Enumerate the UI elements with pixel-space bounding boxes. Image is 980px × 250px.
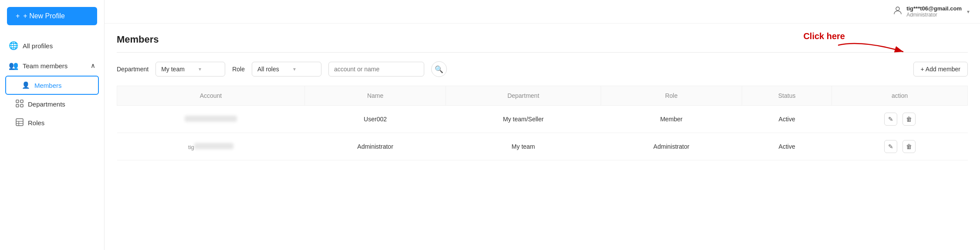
name-cell: Administrator — [304, 133, 446, 160]
members-table: Account Name Department Role Status acti… — [117, 86, 968, 160]
col-action: action — [832, 86, 968, 106]
blurred-account — [185, 116, 237, 122]
svg-rect-2 — [16, 104, 19, 107]
delete-icon: 🗑 — [906, 143, 912, 150]
add-member-label: + Add member — [921, 66, 960, 73]
department-label: Department — [117, 66, 149, 73]
account-cell — [117, 106, 305, 133]
edit-icon: ✎ — [888, 116, 893, 123]
departments-icon — [16, 100, 24, 109]
name-cell: User002 — [304, 106, 446, 133]
team-members-label: Team members — [23, 62, 68, 70]
department-cell: My team/Seller — [446, 106, 601, 133]
team-icon: 👥 — [9, 61, 18, 70]
members-label: Members — [34, 82, 62, 89]
role-value: All roles — [257, 66, 279, 73]
svg-point-8 — [896, 7, 899, 10]
departments-label: Departments — [28, 100, 65, 108]
chevron-up-icon: ∧ — [91, 62, 95, 70]
edit-button[interactable]: ✎ — [884, 140, 897, 153]
role-select[interactable]: All roles ▾ — [252, 62, 321, 77]
svg-rect-4 — [16, 119, 23, 126]
status-cell: Active — [742, 133, 832, 160]
user-details: tig***t06@gmail.com Administrator — [906, 5, 962, 18]
sidebar: + + New Profile 🌐 All profiles 👥 Team me… — [0, 0, 105, 250]
content-area: Click here Members Department My team ▾ … — [105, 23, 980, 250]
add-member-button[interactable]: + Add member — [913, 62, 968, 77]
top-bar: tig***t06@gmail.com Administrator ▾ — [105, 0, 980, 23]
svg-rect-3 — [20, 104, 23, 107]
sidebar-item-team-members[interactable]: 👥 Team members ∧ — [0, 56, 104, 76]
plus-icon: + — [16, 12, 20, 20]
department-cell: My team — [446, 133, 601, 160]
action-cell: ✎ 🗑 — [832, 133, 968, 160]
col-department: Department — [446, 86, 601, 106]
user-role: Administrator — [906, 12, 937, 18]
search-input[interactable] — [334, 66, 419, 73]
col-role: Role — [601, 86, 742, 106]
role-label: Role — [232, 66, 245, 73]
svg-rect-0 — [16, 100, 19, 103]
edit-button[interactable]: ✎ — [884, 113, 897, 126]
col-status: Status — [742, 86, 832, 106]
page-title: Members — [117, 34, 968, 45]
user-avatar-icon — [892, 5, 903, 18]
status-cell: Active — [742, 106, 832, 133]
table-row: tig Administrator My team Administrator … — [117, 133, 968, 160]
search-button[interactable]: 🔍 — [431, 61, 447, 77]
sidebar-item-all-profiles[interactable]: 🌐 All profiles — [0, 36, 104, 56]
search-input-wrapper[interactable] — [328, 62, 424, 77]
user-email: tig***t06@gmail.com — [906, 5, 962, 12]
svg-rect-1 — [20, 100, 23, 103]
user-info[interactable]: tig***t06@gmail.com Administrator ▾ — [892, 5, 970, 18]
globe-icon: 🌐 — [9, 41, 18, 50]
sidebar-item-departments[interactable]: Departments — [0, 95, 104, 113]
department-value: My team — [161, 66, 185, 73]
delete-button[interactable]: 🗑 — [902, 113, 916, 126]
department-select[interactable]: My team ▾ — [155, 62, 225, 77]
roles-icon — [16, 118, 24, 127]
sidebar-item-roles[interactable]: Roles — [0, 113, 104, 132]
role-cell: Member — [601, 106, 742, 133]
action-cell: ✎ 🗑 — [832, 106, 968, 133]
new-profile-button[interactable]: + + New Profile — [7, 7, 97, 25]
table-row: User002 My team/Seller Member Active ✎ 🗑 — [117, 106, 968, 133]
main-content: tig***t06@gmail.com Administrator ▾ Clic… — [105, 0, 980, 250]
sidebar-item-label: All profiles — [23, 42, 53, 50]
role-cell: Administrator — [601, 133, 742, 160]
sidebar-item-members[interactable]: 👤 Members — [5, 76, 99, 95]
col-account: Account — [117, 86, 305, 106]
delete-icon: 🗑 — [906, 116, 912, 123]
person-icon: 👤 — [22, 81, 30, 89]
new-profile-label: + New Profile — [23, 12, 65, 20]
roles-label: Roles — [28, 119, 44, 127]
col-name: Name — [304, 86, 446, 106]
chevron-down-icon: ▾ — [199, 66, 201, 72]
search-icon: 🔍 — [435, 65, 443, 73]
chevron-down-icon: ▾ — [967, 9, 970, 15]
chevron-down-icon: ▾ — [293, 66, 296, 72]
account-cell: tig — [117, 133, 305, 160]
table-header-row: Account Name Department Role Status acti… — [117, 86, 968, 106]
edit-icon: ✎ — [888, 143, 893, 150]
filters-row: Department My team ▾ Role All roles ▾ 🔍 … — [117, 61, 968, 77]
blurred-account — [194, 143, 233, 149]
delete-button[interactable]: 🗑 — [902, 140, 916, 153]
title-divider — [117, 52, 968, 53]
